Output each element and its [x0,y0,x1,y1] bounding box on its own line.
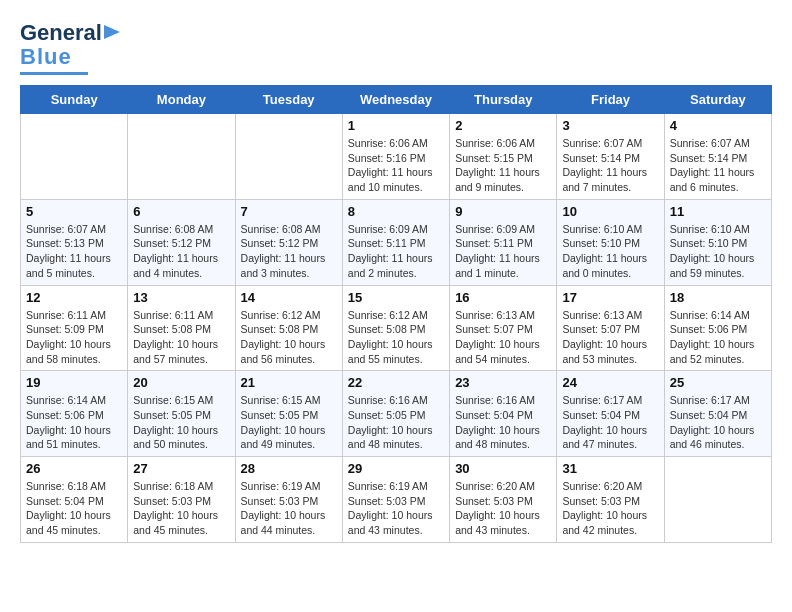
logo-arrow-icon [104,23,124,41]
calendar-cell: 10Sunrise: 6:10 AMSunset: 5:10 PMDayligh… [557,199,664,285]
day-info: Sunrise: 6:18 AMSunset: 5:03 PMDaylight:… [133,479,229,538]
day-info: Sunrise: 6:10 AMSunset: 5:10 PMDaylight:… [562,222,658,281]
day-info: Sunrise: 6:07 AMSunset: 5:14 PMDaylight:… [562,136,658,195]
day-info: Sunrise: 6:19 AMSunset: 5:03 PMDaylight:… [241,479,337,538]
column-header-saturday: Saturday [664,86,771,114]
day-number: 8 [348,204,444,219]
calendar-cell: 5Sunrise: 6:07 AMSunset: 5:13 PMDaylight… [21,199,128,285]
calendar-cell: 8Sunrise: 6:09 AMSunset: 5:11 PMDaylight… [342,199,449,285]
calendar-cell [21,114,128,200]
day-info: Sunrise: 6:15 AMSunset: 5:05 PMDaylight:… [241,393,337,452]
day-number: 16 [455,290,551,305]
day-info: Sunrise: 6:12 AMSunset: 5:08 PMDaylight:… [348,308,444,367]
day-number: 19 [26,375,122,390]
day-number: 31 [562,461,658,476]
day-number: 11 [670,204,766,219]
calendar-cell: 18Sunrise: 6:14 AMSunset: 5:06 PMDayligh… [664,285,771,371]
day-number: 20 [133,375,229,390]
column-header-thursday: Thursday [450,86,557,114]
calendar-cell: 9Sunrise: 6:09 AMSunset: 5:11 PMDaylight… [450,199,557,285]
calendar-cell: 6Sunrise: 6:08 AMSunset: 5:12 PMDaylight… [128,199,235,285]
calendar-week-row: 5Sunrise: 6:07 AMSunset: 5:13 PMDaylight… [21,199,772,285]
day-number: 10 [562,204,658,219]
logo-general: General [20,20,102,46]
calendar-cell: 4Sunrise: 6:07 AMSunset: 5:14 PMDaylight… [664,114,771,200]
calendar-week-row: 12Sunrise: 6:11 AMSunset: 5:09 PMDayligh… [21,285,772,371]
day-info: Sunrise: 6:17 AMSunset: 5:04 PMDaylight:… [562,393,658,452]
day-number: 7 [241,204,337,219]
day-info: Sunrise: 6:15 AMSunset: 5:05 PMDaylight:… [133,393,229,452]
day-info: Sunrise: 6:08 AMSunset: 5:12 PMDaylight:… [133,222,229,281]
day-number: 23 [455,375,551,390]
calendar-cell: 20Sunrise: 6:15 AMSunset: 5:05 PMDayligh… [128,371,235,457]
day-info: Sunrise: 6:12 AMSunset: 5:08 PMDaylight:… [241,308,337,367]
column-header-sunday: Sunday [21,86,128,114]
calendar-cell: 29Sunrise: 6:19 AMSunset: 5:03 PMDayligh… [342,457,449,543]
calendar-cell [664,457,771,543]
day-number: 24 [562,375,658,390]
page-header: General Blue [20,20,772,75]
calendar-cell: 3Sunrise: 6:07 AMSunset: 5:14 PMDaylight… [557,114,664,200]
calendar-week-row: 1Sunrise: 6:06 AMSunset: 5:16 PMDaylight… [21,114,772,200]
day-number: 29 [348,461,444,476]
calendar-cell: 31Sunrise: 6:20 AMSunset: 5:03 PMDayligh… [557,457,664,543]
day-info: Sunrise: 6:20 AMSunset: 5:03 PMDaylight:… [562,479,658,538]
calendar-header-row: SundayMondayTuesdayWednesdayThursdayFrid… [21,86,772,114]
day-number: 27 [133,461,229,476]
day-info: Sunrise: 6:08 AMSunset: 5:12 PMDaylight:… [241,222,337,281]
day-number: 15 [348,290,444,305]
day-number: 4 [670,118,766,133]
day-number: 3 [562,118,658,133]
day-number: 14 [241,290,337,305]
day-info: Sunrise: 6:16 AMSunset: 5:05 PMDaylight:… [348,393,444,452]
calendar-week-row: 19Sunrise: 6:14 AMSunset: 5:06 PMDayligh… [21,371,772,457]
logo-blue: Blue [20,44,72,69]
calendar-cell: 27Sunrise: 6:18 AMSunset: 5:03 PMDayligh… [128,457,235,543]
calendar-cell: 24Sunrise: 6:17 AMSunset: 5:04 PMDayligh… [557,371,664,457]
calendar-cell: 13Sunrise: 6:11 AMSunset: 5:08 PMDayligh… [128,285,235,371]
day-number: 21 [241,375,337,390]
day-info: Sunrise: 6:13 AMSunset: 5:07 PMDaylight:… [455,308,551,367]
day-info: Sunrise: 6:16 AMSunset: 5:04 PMDaylight:… [455,393,551,452]
day-number: 2 [455,118,551,133]
day-number: 17 [562,290,658,305]
calendar-cell: 28Sunrise: 6:19 AMSunset: 5:03 PMDayligh… [235,457,342,543]
day-number: 22 [348,375,444,390]
day-info: Sunrise: 6:17 AMSunset: 5:04 PMDaylight:… [670,393,766,452]
calendar-cell: 23Sunrise: 6:16 AMSunset: 5:04 PMDayligh… [450,371,557,457]
day-info: Sunrise: 6:09 AMSunset: 5:11 PMDaylight:… [348,222,444,281]
calendar-table: SundayMondayTuesdayWednesdayThursdayFrid… [20,85,772,543]
day-info: Sunrise: 6:19 AMSunset: 5:03 PMDaylight:… [348,479,444,538]
day-info: Sunrise: 6:18 AMSunset: 5:04 PMDaylight:… [26,479,122,538]
column-header-tuesday: Tuesday [235,86,342,114]
day-info: Sunrise: 6:11 AMSunset: 5:09 PMDaylight:… [26,308,122,367]
calendar-cell: 2Sunrise: 6:06 AMSunset: 5:15 PMDaylight… [450,114,557,200]
day-number: 9 [455,204,551,219]
day-info: Sunrise: 6:07 AMSunset: 5:14 PMDaylight:… [670,136,766,195]
column-header-monday: Monday [128,86,235,114]
calendar-cell [235,114,342,200]
calendar-cell: 22Sunrise: 6:16 AMSunset: 5:05 PMDayligh… [342,371,449,457]
day-info: Sunrise: 6:07 AMSunset: 5:13 PMDaylight:… [26,222,122,281]
day-info: Sunrise: 6:11 AMSunset: 5:08 PMDaylight:… [133,308,229,367]
calendar-cell: 19Sunrise: 6:14 AMSunset: 5:06 PMDayligh… [21,371,128,457]
calendar-cell: 30Sunrise: 6:20 AMSunset: 5:03 PMDayligh… [450,457,557,543]
day-number: 1 [348,118,444,133]
calendar-cell: 26Sunrise: 6:18 AMSunset: 5:04 PMDayligh… [21,457,128,543]
day-number: 26 [26,461,122,476]
day-number: 18 [670,290,766,305]
day-info: Sunrise: 6:06 AMSunset: 5:16 PMDaylight:… [348,136,444,195]
calendar-cell: 12Sunrise: 6:11 AMSunset: 5:09 PMDayligh… [21,285,128,371]
calendar-cell: 7Sunrise: 6:08 AMSunset: 5:12 PMDaylight… [235,199,342,285]
calendar-cell: 11Sunrise: 6:10 AMSunset: 5:10 PMDayligh… [664,199,771,285]
day-info: Sunrise: 6:20 AMSunset: 5:03 PMDaylight:… [455,479,551,538]
calendar-cell: 21Sunrise: 6:15 AMSunset: 5:05 PMDayligh… [235,371,342,457]
day-info: Sunrise: 6:14 AMSunset: 5:06 PMDaylight:… [26,393,122,452]
day-number: 5 [26,204,122,219]
day-number: 13 [133,290,229,305]
calendar-week-row: 26Sunrise: 6:18 AMSunset: 5:04 PMDayligh… [21,457,772,543]
column-header-friday: Friday [557,86,664,114]
calendar-cell: 17Sunrise: 6:13 AMSunset: 5:07 PMDayligh… [557,285,664,371]
day-info: Sunrise: 6:09 AMSunset: 5:11 PMDaylight:… [455,222,551,281]
svg-marker-0 [104,25,120,39]
